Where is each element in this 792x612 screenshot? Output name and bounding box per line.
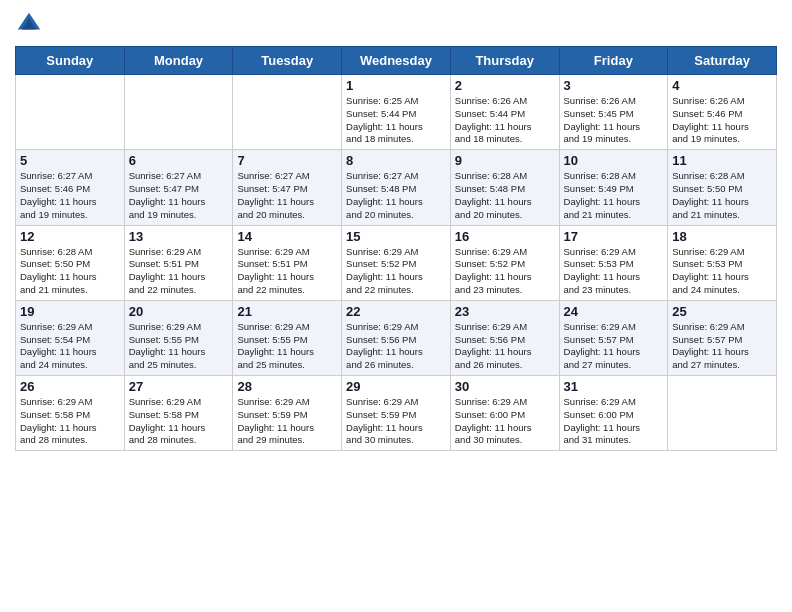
header <box>15 10 777 38</box>
calendar-week-row: 5Sunrise: 6:27 AMSunset: 5:46 PMDaylight… <box>16 150 777 225</box>
day-info: Sunrise: 6:28 AMSunset: 5:50 PMDaylight:… <box>20 246 120 297</box>
calendar-day-cell: 17Sunrise: 6:29 AMSunset: 5:53 PMDayligh… <box>559 225 668 300</box>
weekday-header-monday: Monday <box>124 47 233 75</box>
calendar-day-cell: 7Sunrise: 6:27 AMSunset: 5:47 PMDaylight… <box>233 150 342 225</box>
calendar-table: SundayMondayTuesdayWednesdayThursdayFrid… <box>15 46 777 451</box>
calendar-day-cell: 10Sunrise: 6:28 AMSunset: 5:49 PMDayligh… <box>559 150 668 225</box>
day-number: 18 <box>672 229 772 244</box>
page: SundayMondayTuesdayWednesdayThursdayFrid… <box>0 0 792 612</box>
day-info: Sunrise: 6:26 AMSunset: 5:46 PMDaylight:… <box>672 95 772 146</box>
logo <box>15 10 47 38</box>
weekday-header-wednesday: Wednesday <box>342 47 451 75</box>
day-number: 2 <box>455 78 555 93</box>
calendar-day-cell: 3Sunrise: 6:26 AMSunset: 5:45 PMDaylight… <box>559 75 668 150</box>
day-number: 29 <box>346 379 446 394</box>
calendar-day-cell: 29Sunrise: 6:29 AMSunset: 5:59 PMDayligh… <box>342 376 451 451</box>
weekday-header-saturday: Saturday <box>668 47 777 75</box>
day-info: Sunrise: 6:29 AMSunset: 5:59 PMDaylight:… <box>346 396 446 447</box>
weekday-header-sunday: Sunday <box>16 47 125 75</box>
calendar-day-cell: 12Sunrise: 6:28 AMSunset: 5:50 PMDayligh… <box>16 225 125 300</box>
day-number: 17 <box>564 229 664 244</box>
day-info: Sunrise: 6:29 AMSunset: 5:55 PMDaylight:… <box>237 321 337 372</box>
day-info: Sunrise: 6:27 AMSunset: 5:46 PMDaylight:… <box>20 170 120 221</box>
weekday-header-thursday: Thursday <box>450 47 559 75</box>
calendar-week-row: 12Sunrise: 6:28 AMSunset: 5:50 PMDayligh… <box>16 225 777 300</box>
day-info: Sunrise: 6:28 AMSunset: 5:49 PMDaylight:… <box>564 170 664 221</box>
day-number: 10 <box>564 153 664 168</box>
calendar-day-cell: 31Sunrise: 6:29 AMSunset: 6:00 PMDayligh… <box>559 376 668 451</box>
day-number: 26 <box>20 379 120 394</box>
day-info: Sunrise: 6:29 AMSunset: 5:54 PMDaylight:… <box>20 321 120 372</box>
calendar-day-cell: 14Sunrise: 6:29 AMSunset: 5:51 PMDayligh… <box>233 225 342 300</box>
calendar-day-cell: 18Sunrise: 6:29 AMSunset: 5:53 PMDayligh… <box>668 225 777 300</box>
calendar-day-cell: 19Sunrise: 6:29 AMSunset: 5:54 PMDayligh… <box>16 300 125 375</box>
calendar-day-cell: 1Sunrise: 6:25 AMSunset: 5:44 PMDaylight… <box>342 75 451 150</box>
day-number: 24 <box>564 304 664 319</box>
day-info: Sunrise: 6:28 AMSunset: 5:50 PMDaylight:… <box>672 170 772 221</box>
calendar-week-row: 1Sunrise: 6:25 AMSunset: 5:44 PMDaylight… <box>16 75 777 150</box>
calendar-day-cell: 11Sunrise: 6:28 AMSunset: 5:50 PMDayligh… <box>668 150 777 225</box>
day-info: Sunrise: 6:29 AMSunset: 5:59 PMDaylight:… <box>237 396 337 447</box>
day-info: Sunrise: 6:27 AMSunset: 5:47 PMDaylight:… <box>129 170 229 221</box>
day-number: 4 <box>672 78 772 93</box>
calendar-day-cell: 28Sunrise: 6:29 AMSunset: 5:59 PMDayligh… <box>233 376 342 451</box>
day-info: Sunrise: 6:29 AMSunset: 5:57 PMDaylight:… <box>564 321 664 372</box>
calendar-day-cell <box>233 75 342 150</box>
day-info: Sunrise: 6:29 AMSunset: 5:53 PMDaylight:… <box>672 246 772 297</box>
calendar-day-cell: 25Sunrise: 6:29 AMSunset: 5:57 PMDayligh… <box>668 300 777 375</box>
day-number: 16 <box>455 229 555 244</box>
calendar-day-cell: 16Sunrise: 6:29 AMSunset: 5:52 PMDayligh… <box>450 225 559 300</box>
day-number: 31 <box>564 379 664 394</box>
day-info: Sunrise: 6:26 AMSunset: 5:45 PMDaylight:… <box>564 95 664 146</box>
day-number: 7 <box>237 153 337 168</box>
calendar-day-cell: 2Sunrise: 6:26 AMSunset: 5:44 PMDaylight… <box>450 75 559 150</box>
day-number: 5 <box>20 153 120 168</box>
day-number: 1 <box>346 78 446 93</box>
calendar-week-row: 26Sunrise: 6:29 AMSunset: 5:58 PMDayligh… <box>16 376 777 451</box>
day-number: 30 <box>455 379 555 394</box>
day-info: Sunrise: 6:29 AMSunset: 6:00 PMDaylight:… <box>455 396 555 447</box>
day-info: Sunrise: 6:29 AMSunset: 5:57 PMDaylight:… <box>672 321 772 372</box>
day-number: 9 <box>455 153 555 168</box>
weekday-header-row: SundayMondayTuesdayWednesdayThursdayFrid… <box>16 47 777 75</box>
day-number: 20 <box>129 304 229 319</box>
day-info: Sunrise: 6:29 AMSunset: 5:52 PMDaylight:… <box>346 246 446 297</box>
day-number: 14 <box>237 229 337 244</box>
day-number: 22 <box>346 304 446 319</box>
day-info: Sunrise: 6:29 AMSunset: 5:56 PMDaylight:… <box>455 321 555 372</box>
day-info: Sunrise: 6:29 AMSunset: 6:00 PMDaylight:… <box>564 396 664 447</box>
day-info: Sunrise: 6:27 AMSunset: 5:47 PMDaylight:… <box>237 170 337 221</box>
weekday-header-tuesday: Tuesday <box>233 47 342 75</box>
calendar-day-cell: 8Sunrise: 6:27 AMSunset: 5:48 PMDaylight… <box>342 150 451 225</box>
day-number: 19 <box>20 304 120 319</box>
calendar-day-cell: 9Sunrise: 6:28 AMSunset: 5:48 PMDaylight… <box>450 150 559 225</box>
day-number: 13 <box>129 229 229 244</box>
day-number: 27 <box>129 379 229 394</box>
calendar-day-cell: 5Sunrise: 6:27 AMSunset: 5:46 PMDaylight… <box>16 150 125 225</box>
calendar-day-cell <box>668 376 777 451</box>
day-info: Sunrise: 6:26 AMSunset: 5:44 PMDaylight:… <box>455 95 555 146</box>
calendar-week-row: 19Sunrise: 6:29 AMSunset: 5:54 PMDayligh… <box>16 300 777 375</box>
calendar-day-cell: 13Sunrise: 6:29 AMSunset: 5:51 PMDayligh… <box>124 225 233 300</box>
day-info: Sunrise: 6:27 AMSunset: 5:48 PMDaylight:… <box>346 170 446 221</box>
calendar-day-cell: 6Sunrise: 6:27 AMSunset: 5:47 PMDaylight… <box>124 150 233 225</box>
day-number: 15 <box>346 229 446 244</box>
calendar-day-cell <box>16 75 125 150</box>
day-number: 28 <box>237 379 337 394</box>
day-number: 8 <box>346 153 446 168</box>
day-info: Sunrise: 6:29 AMSunset: 5:55 PMDaylight:… <box>129 321 229 372</box>
weekday-header-friday: Friday <box>559 47 668 75</box>
day-number: 25 <box>672 304 772 319</box>
calendar-day-cell: 22Sunrise: 6:29 AMSunset: 5:56 PMDayligh… <box>342 300 451 375</box>
day-info: Sunrise: 6:29 AMSunset: 5:51 PMDaylight:… <box>129 246 229 297</box>
day-info: Sunrise: 6:29 AMSunset: 5:56 PMDaylight:… <box>346 321 446 372</box>
day-info: Sunrise: 6:25 AMSunset: 5:44 PMDaylight:… <box>346 95 446 146</box>
day-info: Sunrise: 6:29 AMSunset: 5:52 PMDaylight:… <box>455 246 555 297</box>
day-info: Sunrise: 6:29 AMSunset: 5:53 PMDaylight:… <box>564 246 664 297</box>
day-number: 11 <box>672 153 772 168</box>
calendar-day-cell: 24Sunrise: 6:29 AMSunset: 5:57 PMDayligh… <box>559 300 668 375</box>
day-number: 6 <box>129 153 229 168</box>
calendar-day-cell: 23Sunrise: 6:29 AMSunset: 5:56 PMDayligh… <box>450 300 559 375</box>
day-info: Sunrise: 6:29 AMSunset: 5:58 PMDaylight:… <box>20 396 120 447</box>
calendar-day-cell: 26Sunrise: 6:29 AMSunset: 5:58 PMDayligh… <box>16 376 125 451</box>
